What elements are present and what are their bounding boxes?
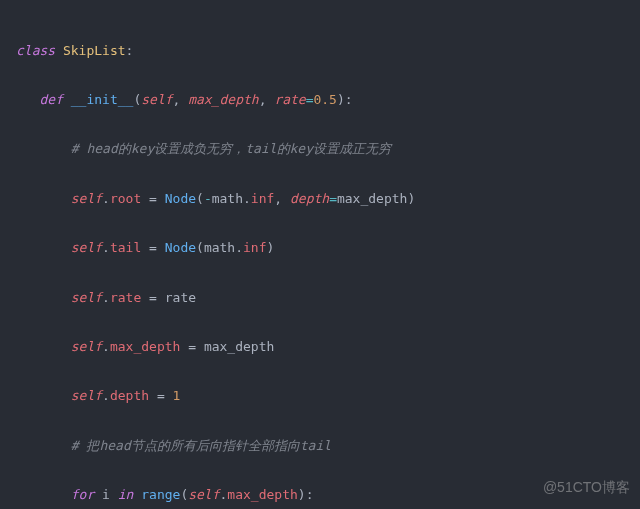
code-line: # 把head节点的所有后向指针全部指向tail xyxy=(16,434,624,459)
param: max_depth xyxy=(188,92,258,107)
keyword-def: def xyxy=(39,92,62,107)
keyword-class: class xyxy=(16,43,55,58)
code-line: self.max_depth = max_depth xyxy=(16,335,624,360)
code-line: self.rate = rate xyxy=(16,286,624,311)
property: root xyxy=(110,191,141,206)
watermark: @51CTO博客 xyxy=(543,474,630,501)
code-line: class SkipList: xyxy=(16,39,624,64)
self: self xyxy=(71,191,102,206)
comment: # 把head节点的所有后向指针全部指向tail xyxy=(71,438,331,453)
colon: : xyxy=(126,43,134,58)
comment: # head的key设置成负无穷，tail的key设置成正无穷 xyxy=(71,141,391,156)
code-block: class SkipList: def __init__(self, max_d… xyxy=(0,0,640,509)
classname: SkipList xyxy=(63,43,126,58)
methodname: __init__ xyxy=(71,92,134,107)
code-line: self.tail = Node(math.inf) xyxy=(16,236,624,261)
param: rate xyxy=(274,92,305,107)
number: 0.5 xyxy=(313,92,336,107)
code-line: self.root = Node(-math.inf, depth=max_de… xyxy=(16,187,624,212)
code-line: for i in range(self.max_depth): xyxy=(16,483,624,508)
call: Node xyxy=(165,191,196,206)
code-line: self.depth = 1 xyxy=(16,384,624,409)
keyword-for: for xyxy=(71,487,94,502)
code-line: # head的key设置成负无穷，tail的key设置成正无穷 xyxy=(16,137,624,162)
code-line: def __init__(self, max_depth, rate=0.5): xyxy=(16,88,624,113)
param-self: self xyxy=(141,92,172,107)
